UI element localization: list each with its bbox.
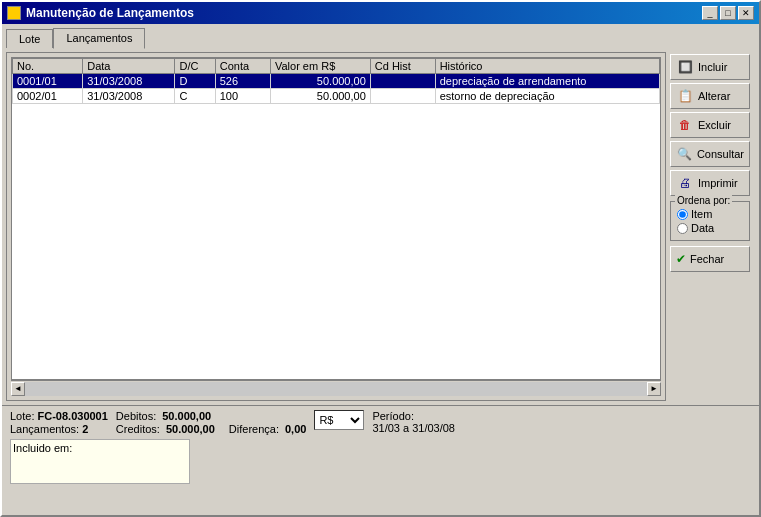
incluir-icon: 🔲 — [676, 59, 694, 75]
fechar-button[interactable]: ✔ Fechar — [670, 246, 750, 272]
cell-valor: 50.000,00 — [270, 74, 370, 89]
incluido-box: Incluido em: — [10, 439, 190, 484]
ordena-por-group: Ordena por: Item Data — [670, 201, 750, 241]
window-title: Manutenção de Lançamentos — [26, 6, 194, 20]
minimize-button[interactable]: _ — [702, 6, 718, 20]
incluir-button[interactable]: 🔲 Incluir — [670, 54, 750, 80]
title-buttons: _ □ ✕ — [702, 6, 754, 20]
debitos-row: Debitos: 50.000,00 — [116, 410, 307, 422]
cell-conta: 526 — [215, 74, 270, 89]
currency-area: R$ — [314, 410, 364, 430]
cell-data: 31/03/2008 — [83, 89, 175, 104]
excluir-button[interactable]: 🗑 Excluir — [670, 112, 750, 138]
periodo-label: Período: — [372, 410, 455, 422]
radio-item-row: Item — [677, 208, 743, 220]
tab-lote[interactable]: Lote — [6, 29, 53, 48]
imprimir-button[interactable]: 🖨 Imprimir — [670, 170, 750, 196]
cell-dc: C — [175, 89, 215, 104]
tab-bar: Lote Lançamentos — [6, 28, 666, 48]
lote-row: Lote: FC-08.030001 — [10, 410, 108, 422]
cell-historico: estorno de depreciação — [435, 89, 659, 104]
bottom-info-row: Lote: FC-08.030001 Lançamentos: 2 Debito… — [10, 410, 751, 435]
lancamentos-label: Lançamentos: — [10, 423, 79, 435]
title-bar: Manutenção de Lançamentos _ □ ✕ — [2, 2, 759, 24]
cell-no: 0002/01 — [13, 89, 83, 104]
scroll-right-button[interactable]: ► — [647, 382, 661, 396]
main-panel: Lote Lançamentos No. Data D/C Conta — [6, 28, 666, 401]
right-panel: 🔲 Incluir 📋 Alterar 🗑 Excluir 🔍 Consulta… — [670, 28, 755, 401]
periodo-value: 31/03 a 31/03/08 — [372, 422, 455, 434]
lancamentos-value: 2 — [82, 423, 88, 435]
excluir-label: Excluir — [698, 119, 731, 131]
horizontal-scrollbar[interactable]: ◄ ► — [11, 380, 661, 396]
fechar-icon: ✔ — [676, 252, 686, 266]
col-header-valor: Valor em R$ — [270, 59, 370, 74]
diferenca-value: 0,00 — [285, 423, 306, 435]
content-area: Lote Lançamentos No. Data D/C Conta — [2, 24, 759, 405]
data-table: No. Data D/C Conta Valor em R$ Cd Hist H… — [12, 58, 660, 104]
cell-cdhist — [370, 74, 435, 89]
scroll-left-button[interactable]: ◄ — [11, 382, 25, 396]
alterar-button[interactable]: 📋 Alterar — [670, 83, 750, 109]
cell-dc: D — [175, 74, 215, 89]
consultar-button[interactable]: 🔍 Consultar — [670, 141, 750, 167]
title-bar-left: Manutenção de Lançamentos — [7, 6, 194, 20]
tab-content: No. Data D/C Conta Valor em R$ Cd Hist H… — [6, 52, 666, 401]
close-button[interactable]: ✕ — [738, 6, 754, 20]
incluido-container: Incluido em: — [10, 439, 751, 484]
lancamentos-row: Lançamentos: 2 — [10, 423, 108, 435]
data-table-container: No. Data D/C Conta Valor em R$ Cd Hist H… — [11, 57, 661, 380]
imprimir-icon: 🖨 — [676, 175, 694, 191]
main-window: Manutenção de Lançamentos _ □ ✕ Lote Lan… — [0, 0, 761, 517]
consultar-label: Consultar — [697, 148, 744, 160]
alterar-label: Alterar — [698, 90, 730, 102]
periodo-area: Período: 31/03 a 31/03/08 — [372, 410, 455, 434]
debitos-value: 50.000,00 — [162, 410, 211, 422]
cell-data: 31/03/2008 — [83, 74, 175, 89]
table-row[interactable]: 0001/0131/03/2008D52650.000,00depreciaçã… — [13, 74, 660, 89]
diferenca-label: Diferença: — [229, 423, 279, 435]
col-header-no: No. — [13, 59, 83, 74]
cell-no: 0001/01 — [13, 74, 83, 89]
lote-value: FC-08.030001 — [38, 410, 108, 422]
incluido-label: Incluido em: — [13, 442, 72, 454]
imprimir-label: Imprimir — [698, 177, 738, 189]
col-header-dc: D/C — [175, 59, 215, 74]
consultar-icon: 🔍 — [676, 146, 693, 162]
cell-valor: 50.000,00 — [270, 89, 370, 104]
incluir-label: Incluir — [698, 61, 727, 73]
radio-data-label: Data — [691, 222, 714, 234]
debitos-label: Debitos: — [116, 410, 156, 422]
radio-item[interactable] — [677, 209, 688, 220]
tab-lancamentos[interactable]: Lançamentos — [53, 28, 145, 49]
col-header-conta: Conta — [215, 59, 270, 74]
bottom-panel: Lote: FC-08.030001 Lançamentos: 2 Debito… — [2, 405, 759, 515]
cell-historico: depreciação de arrendamento — [435, 74, 659, 89]
alterar-icon: 📋 — [676, 88, 694, 104]
table-row[interactable]: 0002/0131/03/2008C10050.000,00estorno de… — [13, 89, 660, 104]
excluir-icon: 🗑 — [676, 117, 694, 133]
currency-select[interactable]: R$ — [314, 410, 364, 430]
scroll-track[interactable] — [25, 382, 647, 396]
bottom-debcred: Debitos: 50.000,00 Creditos: 50.000,00 D… — [116, 410, 307, 435]
radio-item-label: Item — [691, 208, 712, 220]
cell-cdhist — [370, 89, 435, 104]
col-header-historico: Histórico — [435, 59, 659, 74]
cell-conta: 100 — [215, 89, 270, 104]
radio-data[interactable] — [677, 223, 688, 234]
creditos-label: Creditos: — [116, 423, 160, 435]
ordena-por-title: Ordena por: — [675, 195, 732, 206]
creditos-value: 50.000,00 — [166, 423, 215, 435]
maximize-button[interactable]: □ — [720, 6, 736, 20]
lote-label: Lote: — [10, 410, 34, 422]
app-icon — [7, 6, 21, 20]
bottom-lote: Lote: FC-08.030001 Lançamentos: 2 — [10, 410, 108, 435]
radio-data-row: Data — [677, 222, 743, 234]
col-header-data: Data — [83, 59, 175, 74]
fechar-label: Fechar — [690, 253, 724, 265]
col-header-cdhist: Cd Hist — [370, 59, 435, 74]
creditos-row: Creditos: 50.000,00 Diferença: 0,00 — [116, 423, 307, 435]
